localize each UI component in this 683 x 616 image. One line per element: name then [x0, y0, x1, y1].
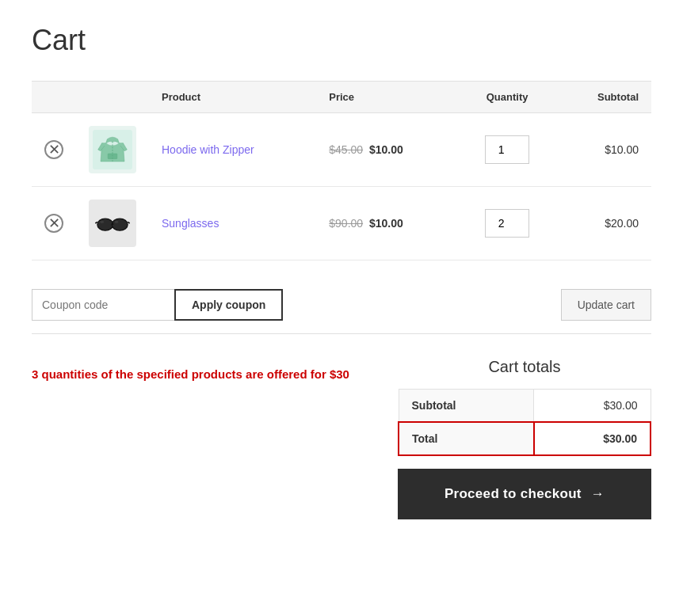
- subtotal-row: Subtotal $30.00: [399, 390, 651, 423]
- hoodie-image: [89, 126, 136, 173]
- cart-table: Product Price Quantity Subtotal ✕: [32, 81, 651, 260]
- remove-sunglasses-button[interactable]: ✕: [44, 214, 63, 233]
- apply-coupon-button[interactable]: Apply coupon: [174, 289, 283, 321]
- table-row: ✕: [32, 113, 651, 187]
- col-header-quantity: Quantity: [458, 82, 557, 113]
- image-cell-sunglasses: [76, 187, 149, 260]
- hoodie-link[interactable]: Hoodie with Zipper: [162, 143, 254, 156]
- sunglasses-image: [89, 200, 136, 247]
- col-header-remove: [32, 82, 76, 113]
- checkout-label: Proceed to checkout: [445, 486, 582, 502]
- checkout-arrow-icon: →: [591, 486, 605, 502]
- svg-point-9: [115, 221, 119, 223]
- sunglasses-icon: [93, 203, 132, 243]
- remove-cell: ✕: [32, 187, 76, 260]
- col-header-price: Price: [316, 82, 457, 113]
- cart-totals: Cart totals Subtotal $30.00 Total $30.00…: [398, 358, 651, 519]
- totals-table: Subtotal $30.00 Total $30.00: [398, 389, 651, 456]
- svg-point-5: [112, 219, 128, 230]
- subtotal-label: Subtotal: [399, 390, 534, 423]
- coupon-input[interactable]: [32, 289, 174, 321]
- sunglasses-link[interactable]: Sunglasses: [162, 217, 219, 230]
- total-value: $30.00: [534, 422, 651, 455]
- promo-message: 3 quantities of the specified products a…: [32, 358, 366, 384]
- cart-totals-title: Cart totals: [398, 358, 651, 376]
- page-title: Cart: [32, 24, 651, 57]
- qty-cell-sunglasses: [458, 187, 557, 260]
- svg-point-4: [97, 219, 113, 230]
- lower-section: 3 quantities of the specified products a…: [32, 358, 651, 519]
- subtotal-cell-hoodie: $10.00: [557, 113, 651, 187]
- hoodie-price-sale: $10.00: [369, 143, 403, 156]
- update-cart-button[interactable]: Update cart: [561, 289, 651, 321]
- col-header-product: Product: [149, 82, 316, 113]
- sunglasses-price-original: $90.00: [329, 217, 363, 230]
- price-cell-sunglasses: $90.00 $10.00: [316, 187, 457, 260]
- remove-cell: ✕: [32, 113, 76, 187]
- subtotal-cell-sunglasses: $20.00: [557, 187, 651, 260]
- image-cell-hoodie: [76, 113, 149, 187]
- checkout-button[interactable]: Proceed to checkout →: [398, 469, 651, 519]
- qty-cell-hoodie: [458, 113, 557, 187]
- sunglasses-price-sale: $10.00: [369, 217, 403, 230]
- total-label: Total: [399, 422, 534, 455]
- checkout-btn-inner: Proceed to checkout →: [414, 486, 635, 502]
- product-name-cell-hoodie: Hoodie with Zipper: [149, 113, 316, 187]
- remove-hoodie-button[interactable]: ✕: [44, 140, 63, 159]
- sunglasses-qty-input[interactable]: [485, 209, 529, 238]
- hoodie-qty-input[interactable]: [485, 135, 529, 164]
- table-row: ✕: [32, 187, 651, 260]
- hoodie-price-original: $45.00: [329, 143, 363, 156]
- total-row: Total $30.00: [399, 422, 651, 455]
- coupon-left: Apply coupon: [32, 289, 283, 321]
- price-cell-hoodie: $45.00 $10.00: [316, 113, 457, 187]
- coupon-row: Apply coupon Update cart: [32, 276, 651, 334]
- product-name-cell-sunglasses: Sunglasses: [149, 187, 316, 260]
- subtotal-value: $30.00: [534, 390, 651, 423]
- hoodie-icon: [93, 130, 132, 169]
- col-header-image: [76, 82, 149, 113]
- svg-point-8: [100, 221, 104, 223]
- col-header-subtotal: Subtotal: [557, 82, 651, 113]
